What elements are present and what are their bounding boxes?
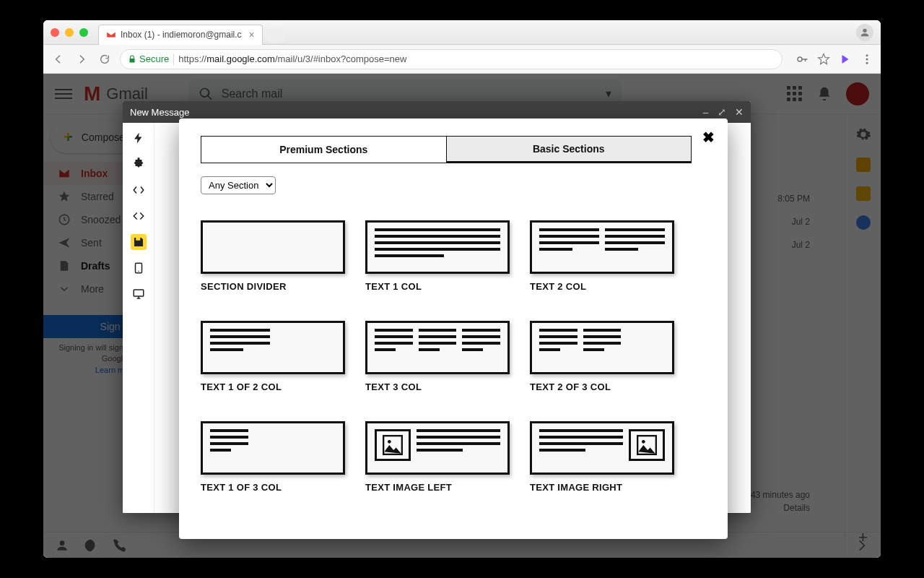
browser-profile-icon[interactable] [856,24,873,41]
browser-menu-icon[interactable] [860,53,873,66]
new-tab-button[interactable] [267,28,284,43]
svg-point-11 [388,440,391,444]
svg-point-13 [642,440,645,444]
nav-reload-button[interactable] [97,51,113,67]
tab-title: Inbox (1) - indiemoron@gmail.c [121,30,242,40]
secure-indicator: Secure [128,53,169,64]
section-card-text-3-col[interactable]: TEXT 3 COL [365,321,510,392]
modal-tabs: Premium Sections Basic Sections [201,136,692,163]
browser-titlebar: Inbox (1) - indiemoron@gmail.c × [43,20,881,45]
gmail-app: M Gmail Search mail ▾ + Compose Inbox [43,74,881,558]
secure-label: Secure [139,53,169,64]
desktop-icon[interactable] [131,286,147,302]
lightning-icon[interactable] [131,130,147,146]
svg-point-8 [138,271,139,272]
modal-close-icon[interactable]: ✖ [702,129,715,146]
svg-point-1 [798,57,802,61]
save-floppy-icon[interactable] [131,234,147,250]
browser-window: Inbox (1) - indiemoron@gmail.c × Secure … [43,20,881,558]
section-card-divider[interactable]: SECTION DIVIDER [201,220,345,292]
window-maximize-icon[interactable] [79,28,88,37]
star-icon[interactable] [817,53,830,66]
nav-forward-button[interactable] [74,51,90,67]
tablet-icon[interactable] [131,260,147,276]
gmail-favicon-icon [106,30,116,40]
nav-back-button[interactable] [51,51,66,67]
compose-close-icon[interactable]: ✕ [735,106,744,118]
extension-icon[interactable] [839,53,852,66]
svg-rect-9 [134,290,144,296]
collapse-horizontal-icon[interactable] [131,182,147,198]
addrbar-right [796,53,873,66]
image-placeholder-icon [375,429,411,461]
section-grid: SECTION DIVIDER TEXT 1 COL TEXT 2 COL [201,220,706,493]
url-field[interactable]: Secure https://mail.google.com/mail/u/3/… [120,49,783,69]
svg-point-2 [866,54,868,56]
lock-icon [128,55,136,64]
sections-modal: ✖ Premium Sections Basic Sections Any Se… [179,118,728,539]
section-card-text-image-left[interactable]: TEXT IMAGE LEFT [365,421,510,493]
svg-point-4 [866,61,868,64]
section-card-text-1-of-2-col[interactable]: TEXT 1 OF 2 COL [201,321,345,392]
svg-point-3 [866,58,868,60]
section-filter-select[interactable]: Any Section [201,176,276,194]
svg-point-0 [863,28,866,32]
compose-expand-icon[interactable]: ⤢ [718,106,726,118]
section-card-text-1-col[interactable]: TEXT 1 COL [365,220,510,292]
window-close-icon[interactable] [51,28,59,37]
section-card-text-image-right[interactable]: TEXT IMAGE RIGHT [530,421,674,493]
window-minimize-icon[interactable] [65,28,74,37]
compose-minimize-icon[interactable]: ‒ [702,106,709,118]
tab-close-icon[interactable]: × [249,29,255,40]
url-text: https://mail.google.com/mail/u/3/#inbox?… [178,53,406,64]
tab-basic-sections[interactable]: Basic Sections [446,137,692,163]
puzzle-icon[interactable] [131,156,147,172]
section-card-text-2-col[interactable]: TEXT 2 COL [530,220,674,292]
filter-row: Any Section [201,176,706,194]
section-card-text-1-of-3-col[interactable]: TEXT 1 OF 3 COL [201,421,345,493]
code-icon[interactable] [131,208,147,224]
compose-title: New Message [130,107,189,118]
key-icon[interactable] [796,53,808,66]
browser-tab[interactable]: Inbox (1) - indiemoron@gmail.c × [98,25,263,45]
url-separator [173,53,174,65]
window-controls [51,28,88,37]
tab-premium-sections[interactable]: Premium Sections [201,137,446,163]
section-card-text-2-of-3-col[interactable]: TEXT 2 OF 3 COL [530,321,674,392]
image-placeholder-icon [629,429,665,461]
address-bar: Secure https://mail.google.com/mail/u/3/… [43,45,881,74]
plugin-toolbar [123,123,154,513]
